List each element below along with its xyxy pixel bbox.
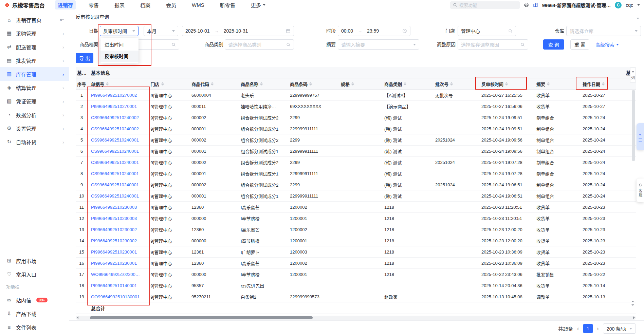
printer-icon[interactable] xyxy=(524,2,529,7)
tab-list-chevron-icon[interactable] xyxy=(637,15,639,20)
time-from-value[interactable]: 00:00 xyxy=(341,28,353,34)
sidebar-item-product-download[interactable]: ⇩产品下载 xyxy=(0,307,69,320)
date-type-select[interactable]: 反审核时间 xyxy=(100,26,139,36)
nav-item-lingshou[interactable]: 零售 xyxy=(86,0,102,10)
time-to-value[interactable]: 23:59 xyxy=(367,28,379,34)
order-no-link[interactable]: CS99664992510240001 xyxy=(88,179,147,190)
time-range-picker[interactable]: 00:00 → 23:59 xyxy=(338,26,410,36)
column-header-operation-date[interactable]: 操作日期 xyxy=(579,78,625,90)
order-no-link[interactable]: PI99664992510230002 xyxy=(88,224,147,235)
scroll-up-icon[interactable] xyxy=(631,301,634,302)
sort-icon[interactable] xyxy=(404,82,406,86)
order-no-link[interactable]: WO996649925102200… xyxy=(88,269,147,280)
order-no-link[interactable]: CS99664992510240001 xyxy=(88,157,147,168)
column-header-batch-no[interactable]: 批次号 xyxy=(432,78,478,90)
sort-icon[interactable] xyxy=(351,82,354,86)
sidebar-item-settings[interactable]: ⚙设置管理› xyxy=(0,122,69,135)
sidebar-item-inbox[interactable]: ✉站内信99+ xyxy=(0,293,69,307)
vertical-scroll-arrows[interactable] xyxy=(631,301,634,306)
scroll-down-icon[interactable] xyxy=(631,304,634,306)
nav-item-wms[interactable]: WMS xyxy=(189,1,207,9)
column-header-summary[interactable]: 摘要 xyxy=(533,78,579,90)
horizontal-scrollbar[interactable] xyxy=(76,316,636,320)
sort-icon[interactable] xyxy=(211,82,214,86)
order-no-link[interactable]: PI99664992510230003 xyxy=(88,213,147,224)
sidebar-item-common-entry[interactable]: ♡常用入口 xyxy=(0,267,69,281)
sort-icon[interactable] xyxy=(260,82,263,86)
nav-item-jinxiaocun[interactable]: 进销存 xyxy=(55,0,76,10)
sidebar-item-app-market[interactable]: ⊞应用市场 xyxy=(0,254,69,267)
sort-icon[interactable] xyxy=(602,82,605,86)
customer-service-widget[interactable]: 客服 xyxy=(637,179,644,202)
warehouse-select[interactable]: 请选择仓库 xyxy=(566,26,641,36)
sort-icon[interactable] xyxy=(106,82,109,86)
vertical-scroll-thumb[interactable] xyxy=(632,90,635,161)
order-no-link[interactable]: PI99664992510140001 xyxy=(88,280,147,291)
column-header-product-name[interactable]: 商品名称 xyxy=(237,78,287,90)
scroll-left-icon[interactable] xyxy=(77,316,78,319)
order-no-link[interactable]: OO99664992510130001 xyxy=(88,291,147,302)
order-no-link[interactable]: PI99664992510230001 xyxy=(88,246,147,258)
collapsed-side-panel[interactable]: « xyxy=(637,123,644,150)
scroll-right-icon[interactable] xyxy=(633,316,635,319)
next-page-button[interactable]: › xyxy=(597,325,599,332)
nav-item-xinlingshou[interactable]: 新零售 xyxy=(217,0,238,10)
sidebar-item-jxc-home[interactable]: ⌂进销存首页⇤ xyxy=(0,13,69,26)
user-menu-chevron-icon[interactable] xyxy=(637,4,640,6)
nav-item-dangan[interactable]: 档案 xyxy=(137,0,153,10)
page-size-select[interactable]: 200 条/页 xyxy=(603,323,636,334)
sidebar-item-voucher[interactable]: ▧凭证管理› xyxy=(0,94,69,108)
sidebar-item-delivery[interactable]: ⇄配送管理› xyxy=(0,40,69,54)
order-no-link[interactable]: PI99664992510270001 xyxy=(88,101,147,112)
sort-icon[interactable] xyxy=(547,82,550,86)
reset-button[interactable]: 重 置 xyxy=(570,39,589,50)
order-no-link[interactable]: PI99664992510230001 xyxy=(88,258,147,269)
sort-icon[interactable] xyxy=(161,82,164,86)
sort-icon[interactable] xyxy=(505,82,508,86)
org-name[interactable]: 99664-新界面商超版测试-管理… xyxy=(542,2,611,8)
order-no-link[interactable]: PI99664992510270002 xyxy=(88,90,147,101)
column-header-store[interactable]: 门店 xyxy=(147,78,188,90)
summary-select[interactable]: 请输入摘要 xyxy=(338,39,419,50)
date-to-value[interactable]: 2025-10-31 xyxy=(224,28,248,34)
sidebar-item-file-list[interactable]: ≡文件列表 xyxy=(0,320,69,334)
column-settings-button[interactable]: ≡ 列 xyxy=(630,67,636,83)
order-no-link[interactable]: CS99664992510240001 xyxy=(88,168,147,179)
column-header-spec[interactable]: 规格 xyxy=(337,78,381,90)
avatar[interactable]: C xyxy=(615,2,622,8)
column-header-product-code[interactable]: 商品代码 xyxy=(188,78,237,90)
prev-page-button[interactable]: ‹ xyxy=(577,325,579,332)
order-no-link[interactable]: CS99664992510240001 xyxy=(88,134,147,146)
column-header-category[interactable]: 商品类别 xyxy=(381,78,432,90)
export-button[interactable]: 导 出 xyxy=(76,53,93,63)
sidebar-item-inventory[interactable]: ▥库存管理› xyxy=(0,67,69,81)
category-select[interactable]: 请选择商品类别 xyxy=(225,39,294,50)
column-header-order-no[interactable]: 单据号 xyxy=(88,78,147,90)
nav-item-huiyuan[interactable]: 会员 xyxy=(163,0,179,10)
period-select[interactable]: 本月 xyxy=(144,26,178,36)
sidebar-item-replenish[interactable]: ↻自动补货› xyxy=(0,135,69,149)
date-type-option[interactable]: 反审核时间 xyxy=(100,51,139,62)
advanced-search-link[interactable]: 高级搜索 xyxy=(595,39,619,50)
order-no-link[interactable]: CS99664992510240001 xyxy=(88,146,147,157)
sidebar-item-purchase[interactable]: ▦采购管理› xyxy=(0,26,69,40)
sidebar-item-settlement[interactable]: ◈结算管理› xyxy=(0,81,69,94)
order-no-link[interactable]: CS99664992510240002 xyxy=(88,112,147,123)
vertical-scrollbar[interactable] xyxy=(632,89,635,302)
date-range-picker[interactable]: 2025-10-01 → 2025-10-31 xyxy=(182,26,294,36)
sidebar-item-analytics[interactable]: ◔数据分析› xyxy=(0,108,69,122)
order-no-link[interactable]: PI99664992510230003 xyxy=(88,202,147,213)
date-from-value[interactable]: 2025-10-01 xyxy=(185,28,210,34)
column-header-reverse-audit-time[interactable]: 反审核时间 xyxy=(478,78,533,90)
order-no-link[interactable]: PI99664992510230002 xyxy=(88,235,147,246)
adjust-reason-select[interactable]: 选择库存调整原因 xyxy=(458,39,528,50)
horizontal-scroll-thumb[interactable] xyxy=(90,316,313,319)
sort-icon[interactable] xyxy=(309,82,312,86)
collapse-sidebar-icon[interactable]: ⇤ xyxy=(60,17,64,23)
current-page-button[interactable]: 1 xyxy=(583,324,593,333)
global-search-input[interactable]: 搜索功能 xyxy=(450,1,520,9)
order-no-link[interactable]: CS99664992510240001 xyxy=(88,190,147,202)
column-header-barcode[interactable]: 商品条码 xyxy=(287,78,337,90)
nav-item-more[interactable]: 更多 xyxy=(248,0,268,10)
order-no-link[interactable]: CS99664992510240002 xyxy=(88,123,147,134)
